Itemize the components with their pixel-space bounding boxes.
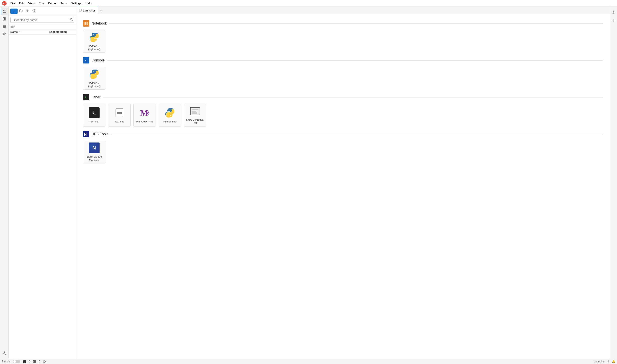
svg-point-0	[2, 1, 7, 6]
menubar: File Edit View Run Kernel Tabs Settings …	[0, 0, 617, 7]
menu-file[interactable]: File	[9, 1, 17, 5]
launcher-status-label: Launcher	[594, 360, 605, 363]
python3-notebook-icon	[89, 32, 100, 42]
statusbar: Simple $ 0 ▶ 0 Launcher 1 🔔	[0, 359, 617, 364]
menu-settings[interactable]: Settings	[69, 1, 83, 5]
notification-bell-icon: 🔔	[612, 360, 615, 363]
simple-toggle[interactable]	[13, 360, 20, 363]
console-section-header: >_ Console	[83, 57, 603, 64]
other-section-divider	[103, 97, 603, 97]
svg-text:M: M	[140, 108, 148, 118]
python-file-label: Python File	[163, 120, 176, 123]
refresh-button[interactable]	[31, 8, 37, 14]
new-tab-button[interactable]: +	[98, 7, 104, 14]
menu-edit[interactable]: Edit	[17, 1, 26, 5]
menu-run[interactable]: Run	[37, 1, 46, 5]
statusbar-right: Launcher 1 🔔	[594, 360, 615, 363]
other-cards: $_ Terminal	[83, 104, 603, 127]
python-file-card[interactable]: Python File	[159, 104, 181, 127]
name-column-header[interactable]: Name	[10, 30, 49, 34]
simple-label: Simple	[2, 360, 10, 363]
kernel-count-icon: $	[23, 360, 26, 363]
launcher-content: Notebook	[76, 14, 610, 359]
tab-launcher-label: Launcher	[83, 9, 95, 12]
notebook-section-header: Notebook	[83, 20, 603, 26]
contextual-help-label: Show Contextual Help	[186, 118, 204, 125]
svg-point-31	[613, 20, 614, 21]
menu-kernel[interactable]: Kernel	[46, 1, 58, 5]
text-file-icon	[114, 107, 125, 118]
text-file-card[interactable]: Text File	[108, 104, 131, 127]
contextual-help-icon	[190, 106, 201, 117]
menu-view[interactable]: View	[26, 1, 36, 5]
hpc-section-title: HPC Tools	[92, 132, 108, 136]
plus-icon: +	[13, 10, 15, 13]
terminal-count: 0	[39, 360, 40, 363]
python3-console-card[interactable]: Python 3(ipykernel)	[83, 67, 106, 90]
folder-icon	[10, 25, 13, 28]
open-folder-button[interactable]	[18, 8, 24, 14]
slurm-icon: N	[89, 143, 100, 153]
right-gear-button[interactable]	[610, 17, 617, 24]
text-file-label: Text File	[115, 120, 124, 123]
notebook-section-icon	[83, 20, 89, 26]
sidebar: + +	[9, 7, 76, 359]
tab-bar: Launcher +	[76, 7, 610, 14]
running-sessions-button[interactable]	[1, 15, 8, 23]
terminal-count-icon: ▶	[33, 360, 36, 363]
python3-notebook-card[interactable]: Python 3(ipykernel)	[83, 30, 106, 53]
slurm-card[interactable]: N Slurm QueueManager	[83, 141, 106, 163]
other-section-title: Other	[92, 95, 100, 99]
terminal-card[interactable]: $_ Terminal	[83, 104, 106, 127]
right-settings-button[interactable]	[610, 9, 617, 16]
markdown-icon: M	[139, 107, 150, 118]
search-submit-button[interactable]	[70, 18, 73, 22]
launcher-tab-icon	[79, 9, 81, 12]
hpc-section-divider	[111, 134, 603, 134]
notification-count: 1	[607, 360, 609, 363]
contextual-help-card[interactable]: Show Contextual Help	[184, 104, 206, 127]
svg-point-7	[4, 352, 5, 354]
left-icon-bar-top	[1, 8, 8, 349]
settings-button[interactable]	[1, 350, 8, 357]
slurm-label: Slurm QueueManager	[86, 155, 102, 162]
svg-text:N: N	[84, 133, 87, 136]
extensions-button[interactable]	[1, 31, 8, 38]
python3-console-icon	[89, 69, 100, 79]
python-file-icon	[164, 107, 175, 118]
svg-line-16	[72, 20, 73, 21]
file-list-header: Name Last Modified	[9, 29, 76, 35]
kernel-count: 0	[29, 360, 30, 363]
file-list	[9, 35, 76, 359]
svg-rect-17	[79, 9, 81, 11]
hpc-cards: N Slurm QueueManager	[83, 141, 603, 163]
notebook-section-divider	[109, 23, 603, 24]
menu-tabs[interactable]: Tabs	[59, 1, 68, 5]
statusbar-left: Simple $ 0 ▶ 0	[2, 360, 46, 363]
left-icon-bar-bottom	[1, 350, 8, 359]
markdown-file-label: Markdown File	[136, 120, 153, 123]
files-panel-button[interactable]	[1, 8, 8, 15]
sort-icon	[19, 31, 21, 33]
svg-text:$: $	[24, 361, 25, 363]
svg-point-30	[613, 12, 614, 13]
tab-launcher[interactable]: Launcher	[76, 7, 98, 14]
other-section-header: $_ Other	[83, 94, 603, 100]
svg-point-36	[43, 360, 45, 363]
search-input[interactable]	[11, 17, 74, 23]
notebook-section-title: Notebook	[92, 21, 107, 26]
right-icon-bar	[610, 7, 617, 359]
markdown-file-card[interactable]: M Markdown File	[133, 104, 156, 127]
python3-notebook-label: Python 3(ipykernel)	[88, 44, 100, 51]
commands-button[interactable]	[1, 23, 8, 30]
terminal-label: Terminal	[89, 120, 99, 123]
menu-help[interactable]: Help	[84, 1, 93, 5]
console-section-title: Console	[92, 58, 105, 62]
upload-button[interactable]	[25, 8, 30, 14]
app-logo	[2, 1, 7, 6]
sidebar-toolbar: + +	[9, 7, 76, 16]
hpc-section-header: N HPC Tools	[83, 131, 603, 137]
svg-point-15	[70, 18, 72, 20]
toggle-knob	[13, 360, 16, 363]
new-launcher-button[interactable]: + +	[10, 9, 18, 14]
